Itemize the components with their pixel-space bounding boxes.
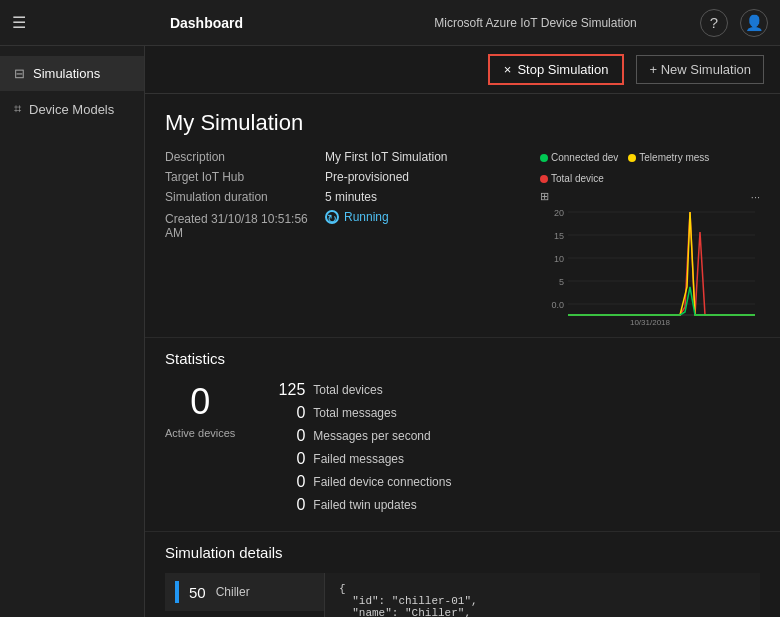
action-bar: × Stop Simulation + New Simulation bbox=[145, 46, 780, 94]
stop-simulation-button[interactable]: × Stop Simulation bbox=[488, 54, 625, 85]
stat-failed-twin: 0 Failed twin updates bbox=[275, 496, 760, 514]
stat-total-devices: 125 Total devices bbox=[275, 381, 760, 399]
sidebar-label-device-models: Device Models bbox=[29, 102, 114, 117]
svg-text:15: 15 bbox=[554, 231, 564, 241]
messages-per-second-label: Messages per second bbox=[313, 429, 430, 443]
menu-icon[interactable]: ☰ bbox=[12, 13, 26, 32]
statistics-title: Statistics bbox=[165, 350, 760, 367]
chart-legend: Connected dev Telemetry mess Total devic… bbox=[540, 150, 760, 190]
legend-connected: Connected dev bbox=[540, 152, 618, 163]
stat-total-messages: 0 Total messages bbox=[275, 404, 760, 422]
stats-right: 125 Total devices 0 Total messages 0 Mes… bbox=[275, 381, 760, 519]
stat-failed-connections: 0 Failed device connections bbox=[275, 473, 760, 491]
chiller-count: 50 bbox=[189, 584, 206, 601]
messages-per-second-value: 0 bbox=[275, 427, 305, 445]
device-list: 50 Chiller 75 Elevator bbox=[165, 573, 325, 617]
failed-messages-label: Failed messages bbox=[313, 452, 404, 466]
help-button[interactable]: ? bbox=[700, 9, 728, 37]
svg-text:0.0: 0.0 bbox=[551, 300, 564, 310]
svg-text:20: 20 bbox=[554, 208, 564, 218]
svg-text:5: 5 bbox=[559, 277, 564, 287]
legend-telemetry-label: Telemetry mess bbox=[639, 152, 709, 163]
details-body: 50 Chiller 75 Elevator { "id": "chiller-… bbox=[165, 573, 760, 617]
legend-connected-label: Connected dev bbox=[551, 152, 618, 163]
page-title: Dashboard bbox=[42, 15, 371, 31]
main-content: × Stop Simulation + New Simulation My Si… bbox=[145, 46, 780, 617]
failed-twin-label: Failed twin updates bbox=[313, 498, 416, 512]
status-running: ↻ Running bbox=[325, 210, 389, 224]
json-content: { "id": "chiller-01", "name": "Chiller",… bbox=[339, 583, 746, 617]
active-devices-stat: 0 Active devices bbox=[165, 381, 235, 519]
total-messages-value: 0 bbox=[275, 404, 305, 422]
info-left: Description My First IoT Simulation Targ… bbox=[165, 150, 500, 327]
chart-layers-icon[interactable]: ⊞ bbox=[540, 190, 549, 203]
failed-connections-label: Failed device connections bbox=[313, 475, 451, 489]
statistics-body: 0 Active devices 125 Total devices 0 Tot… bbox=[165, 381, 760, 519]
chart-more-icon[interactable]: ··· bbox=[751, 191, 760, 203]
description-label: Description bbox=[165, 150, 325, 164]
sidebar-label-simulations: Simulations bbox=[33, 66, 100, 81]
chart-area: Connected dev Telemetry mess Total devic… bbox=[540, 150, 760, 327]
device-item-elevator[interactable]: 75 Elevator bbox=[165, 611, 324, 617]
stat-messages-per-second: 0 Messages per second bbox=[275, 427, 760, 445]
device-bar-chiller bbox=[175, 581, 179, 603]
total-messages-label: Total messages bbox=[313, 406, 396, 420]
stop-label: Stop Simulation bbox=[517, 62, 608, 77]
layout: ⊟ Simulations ⌗ Device Models × Stop Sim… bbox=[0, 46, 780, 617]
active-devices-value: 0 bbox=[165, 381, 235, 423]
duration-value: 5 minutes bbox=[325, 190, 377, 204]
hub-label: Target IoT Hub bbox=[165, 170, 325, 184]
total-devices-value: 125 bbox=[275, 381, 305, 399]
info-description: Description My First IoT Simulation bbox=[165, 150, 500, 164]
duration-label: Simulation duration bbox=[165, 190, 325, 204]
new-simulation-label: + New Simulation bbox=[649, 62, 751, 77]
simulation-details-section: Simulation details 50 Chiller 75 Elevato… bbox=[145, 531, 780, 617]
stop-icon: × bbox=[504, 62, 512, 77]
failed-twin-value: 0 bbox=[275, 496, 305, 514]
stat-failed-messages: 0 Failed messages bbox=[275, 450, 760, 468]
legend-dot-telemetry bbox=[628, 154, 636, 162]
chart-svg: 20 15 10 5 0.0 10/31/2018 10:00 bbox=[540, 207, 755, 327]
app-brand: Microsoft Azure IoT Device Simulation bbox=[371, 16, 700, 30]
info-grid: Description My First IoT Simulation Targ… bbox=[165, 150, 760, 327]
failed-messages-value: 0 bbox=[275, 450, 305, 468]
statistics-section: Statistics 0 Active devices 125 Total de… bbox=[145, 337, 780, 531]
json-panel: { "id": "chiller-01", "name": "Chiller",… bbox=[325, 573, 760, 617]
info-hub: Target IoT Hub Pre-provisioned bbox=[165, 170, 500, 184]
status-value: Running bbox=[344, 210, 389, 224]
chiller-name: Chiller bbox=[216, 585, 250, 599]
info-created: Created 31/10/18 10:51:56 AM ↻ Running bbox=[165, 210, 500, 240]
legend-total-label: Total device bbox=[551, 173, 604, 184]
device-item-chiller[interactable]: 50 Chiller bbox=[165, 573, 324, 611]
svg-text:10: 10 bbox=[554, 254, 564, 264]
failed-connections-value: 0 bbox=[275, 473, 305, 491]
chart-controls: ⊞ ··· bbox=[540, 190, 760, 203]
legend-total: Total device bbox=[540, 173, 604, 184]
user-avatar[interactable]: 👤 bbox=[740, 9, 768, 37]
svg-text:10:00: 10:00 bbox=[640, 326, 661, 327]
status-dot-icon: ↻ bbox=[325, 210, 339, 224]
simulation-details-title: Simulation details bbox=[165, 544, 760, 561]
sidebar: ⊟ Simulations ⌗ Device Models bbox=[0, 46, 145, 617]
legend-dot-connected bbox=[540, 154, 548, 162]
description-value: My First IoT Simulation bbox=[325, 150, 447, 164]
created-label: Created 31/10/18 10:51:56 AM bbox=[165, 212, 325, 240]
sidebar-item-device-models[interactable]: ⌗ Device Models bbox=[0, 91, 144, 127]
device-models-icon: ⌗ bbox=[14, 101, 21, 117]
hub-value: Pre-provisioned bbox=[325, 170, 409, 184]
info-duration: Simulation duration 5 minutes bbox=[165, 190, 500, 204]
legend-telemetry: Telemetry mess bbox=[628, 152, 709, 163]
active-devices-label: Active devices bbox=[165, 427, 235, 439]
simulation-header: My Simulation Description My First IoT S… bbox=[145, 94, 780, 337]
topbar-icons: ? 👤 bbox=[700, 9, 768, 37]
sidebar-item-simulations[interactable]: ⊟ Simulations bbox=[0, 56, 144, 91]
new-simulation-button[interactable]: + New Simulation bbox=[636, 55, 764, 84]
topbar: ☰ Dashboard Microsoft Azure IoT Device S… bbox=[0, 0, 780, 46]
simulations-icon: ⊟ bbox=[14, 66, 25, 81]
total-devices-label: Total devices bbox=[313, 383, 382, 397]
simulation-title: My Simulation bbox=[165, 110, 760, 136]
legend-dot-total bbox=[540, 175, 548, 183]
